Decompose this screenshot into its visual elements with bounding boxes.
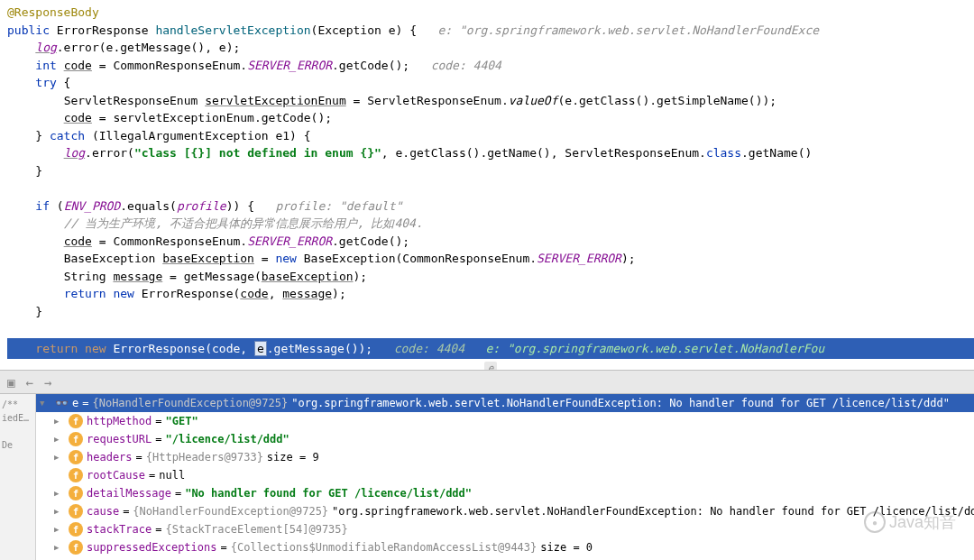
field-icon: f: [69, 486, 83, 500]
variable-row[interactable]: ▶ f headers = {HttpHeaders@9733} size = …: [36, 448, 974, 466]
inline-hint: code: 4404: [431, 59, 501, 72]
expand-icon[interactable]: ▶: [54, 417, 65, 426]
variable-row[interactable]: ▶ f stackTrace = {StackTraceElement[54]@…: [36, 520, 974, 538]
folder-icon[interactable]: ▣: [7, 375, 14, 390]
variable-row[interactable]: ▶ f suppressedExceptions = {Collections$…: [36, 538, 974, 556]
debugger-panel: ▣ ← → /** iedExc De ▼ 👓 e = {NoHandlerFo…: [0, 370, 974, 560]
expand-icon[interactable]: ▶: [54, 543, 65, 552]
wechat-icon: ●: [864, 511, 886, 533]
execution-point-line[interactable]: return new ErrorResponse(code, e.getMess…: [7, 338, 974, 360]
variable-row[interactable]: ▶ f requestURL = "/licence/list/ddd": [36, 430, 974, 448]
field-icon: f: [69, 522, 83, 537]
expand-icon[interactable]: ▶: [54, 489, 65, 498]
variables-panel: /** iedExc De ▼ 👓 e = {NoHandlerFoundExc…: [0, 394, 974, 560]
param-hint: e: [484, 362, 498, 370]
field-icon: f: [69, 450, 83, 464]
back-icon[interactable]: ←: [25, 375, 32, 390]
variables-tree[interactable]: ▼ 👓 e = {NoHandlerFoundException@9725} "…: [36, 394, 974, 560]
variable-row[interactable]: f rootCause = null: [36, 466, 974, 484]
inline-hint: profile: "default": [275, 199, 402, 213]
watch-icon: 👓: [54, 396, 69, 410]
expand-icon[interactable]: ▼: [40, 399, 51, 408]
variable-row[interactable]: ▶ f cause = {NoHandlerFoundException@972…: [36, 502, 974, 520]
expand-icon[interactable]: ▶: [54, 435, 65, 444]
variable-row-root[interactable]: ▼ 👓 e = {NoHandlerFoundException@9725} "…: [36, 394, 974, 412]
expand-icon[interactable]: ▶: [54, 453, 65, 462]
variable-row[interactable]: ▶ f httpMethod = "GET": [36, 412, 974, 430]
expand-icon[interactable]: ▶: [54, 507, 65, 516]
field-icon: f: [69, 432, 83, 446]
annotation: @ResponseBody: [7, 5, 99, 19]
inline-hint: e: "org.springframework.web.servlet.NoHa…: [437, 23, 819, 37]
field-icon: f: [69, 414, 83, 428]
field-icon: f: [69, 540, 83, 555]
forward-icon[interactable]: →: [44, 375, 51, 390]
watermark: ● Java知音: [864, 511, 956, 533]
code-editor[interactable]: @ResponseBody public ErrorResponse handl…: [0, 0, 974, 370]
variable-row[interactable]: ▶ f detailMessage = "No handler found fo…: [36, 484, 974, 502]
debugger-toolbar: ▣ ← →: [0, 371, 974, 394]
field-icon: f: [69, 504, 83, 519]
left-gutter: /** iedExc De: [0, 394, 36, 560]
field-icon: f: [69, 468, 83, 482]
expand-icon[interactable]: ▶: [54, 525, 65, 534]
variable-highlight[interactable]: e: [254, 341, 267, 356]
